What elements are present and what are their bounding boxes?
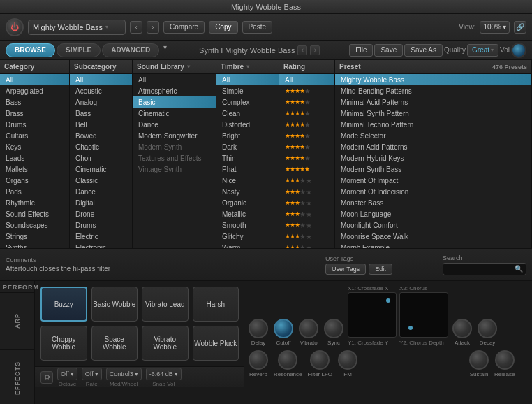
list-item[interactable]: Atmospheric [133,85,216,96]
preset-item[interactable]: Minimal Acid Patterns [335,96,531,108]
preset-item[interactable]: Mighty Wobble Bass [335,74,531,85]
filterlfo-knob[interactable] [310,350,330,370]
list-item[interactable]: Cinematic [70,164,132,175]
list-item[interactable]: Choir [70,152,132,164]
list-item[interactable]: ★★★★★ [279,175,334,186]
list-item[interactable]: Nice [216,175,279,186]
list-item[interactable]: Metallic [216,208,279,219]
list-item[interactable]: Electronic [70,242,132,248]
list-item[interactable]: Sound Effects [0,208,69,219]
list-item[interactable]: Classic [70,175,132,186]
list-item[interactable]: Bass [0,96,69,108]
list-item[interactable]: Organs [0,175,69,186]
pad-choppy-wobble[interactable]: Choppy Wobble [40,326,87,361]
soundlibrary-header[interactable]: Sound Library ▾ [133,60,216,74]
copy-button[interactable]: Copy [209,21,237,34]
list-item[interactable]: Bowed [70,130,132,141]
preset-item[interactable]: Mode Selector [335,130,531,141]
preset-dropdown[interactable]: Mighty Wobble Bass ▾ [28,20,126,35]
preset-item[interactable]: Modern Acid Patterns [335,141,531,152]
list-item[interactable]: Soundscapes [0,219,69,231]
list-item[interactable]: Simple [216,85,279,96]
list-item[interactable]: Digital [70,197,132,208]
search-input[interactable] [446,265,515,273]
list-item[interactable]: Chaotic [70,141,132,152]
nav-next-button[interactable]: › [147,21,159,34]
list-item[interactable]: All [70,74,132,85]
list-item[interactable]: Electric [70,231,132,242]
pad-buzzy[interactable]: Buzzy [40,287,87,322]
preset-item[interactable]: Moment Of Indecision [335,186,531,197]
subcategory-header[interactable]: Subcategory [70,60,132,74]
pad-harsh[interactable]: Harsh [193,287,239,322]
list-item[interactable]: Synths [0,242,69,248]
list-item[interactable]: Acoustic [70,85,132,96]
list-item[interactable]: ★★★★★ [279,197,334,208]
list-item[interactable]: ★★★★★ [279,231,334,242]
list-item[interactable]: Leads [0,152,69,164]
list-item[interactable]: ★★★★★ [279,96,334,108]
list-item[interactable]: ★★★★★ [279,242,334,248]
list-item[interactable]: ★★★★★ [279,119,334,130]
path-prev[interactable]: ‹ [297,45,307,55]
view-dropdown[interactable]: 100% ▾ [480,21,510,34]
preset-item[interactable]: Modern Synth Bass [335,164,531,175]
compare-button[interactable]: Compare [163,21,205,34]
list-item[interactable]: Drums [0,119,69,130]
pad-wobble-pluck[interactable]: Wobble Pluck [193,326,239,361]
list-item[interactable]: Bright [216,130,279,141]
delay-knob[interactable] [249,319,268,338]
path-next[interactable]: › [310,45,320,55]
list-item[interactable]: Modern Songwriter [133,130,216,141]
list-item[interactable]: Bass [70,108,132,119]
resonance-knob[interactable] [278,350,297,370]
timbre-header[interactable]: Timbre ▾ [216,60,279,74]
list-item[interactable]: Dark [216,141,279,152]
list-item[interactable]: Glitchy [216,231,279,242]
list-item[interactable]: Phat [216,164,279,175]
list-item[interactable]: Smooth [216,219,279,231]
list-item[interactable]: ★★★★★ [279,186,334,197]
sidebar-item-arp[interactable]: ARP [0,292,34,349]
release-knob[interactable] [495,350,515,370]
rating-header[interactable]: Rating [279,60,334,74]
sustain-knob[interactable] [469,350,489,370]
list-item[interactable]: ★★★★★ [279,219,334,231]
user-tags-button[interactable]: User Tags [325,264,366,275]
list-item[interactable]: Drone [70,208,132,219]
list-item[interactable]: Distorted [216,119,279,130]
nav-prev-button[interactable]: ‹ [130,21,142,34]
fm-knob[interactable] [338,350,357,370]
preset-item[interactable]: Moon Language [335,208,531,219]
gear-button[interactable]: ⚙ [40,371,53,384]
list-item[interactable]: Complex [216,96,279,108]
pad-space-wobble[interactable]: Space Wobble [91,326,138,361]
list-item[interactable]: All [216,74,279,85]
sync-knob[interactable] [324,319,343,338]
mod-dropdown[interactable]: Control3 ▾ [106,368,142,380]
quality-dropdown[interactable]: Great ▾ [467,44,498,57]
rate-dropdown[interactable]: Off ▾ [82,368,102,380]
list-item[interactable]: ★★★★★ [279,130,334,141]
list-item[interactable]: ★★★★★ [279,152,334,164]
preset-item[interactable]: Minimal Techno Pattern [335,119,531,130]
tab-advanced[interactable]: ADVANCED [102,43,159,57]
link-icon[interactable]: 🔗 [514,21,526,34]
list-item[interactable]: Nasty [216,186,279,197]
list-item[interactable]: Textures and Effects [133,152,216,164]
preset-item[interactable]: Minimal Synth Pattern [335,108,531,119]
list-item[interactable]: Analog [70,96,132,108]
list-item[interactable]: Dance [133,119,216,130]
preset-header[interactable]: Preset 476 Presets [335,60,531,74]
preset-item[interactable]: Moonlight Comfort [335,219,531,231]
pad-basic-wobble[interactable]: Basic Wobble [91,287,138,322]
list-item[interactable]: Organic [216,197,279,208]
preset-item[interactable]: Modern Hybrid Keys [335,152,531,164]
list-item[interactable]: All [279,74,334,85]
preset-item[interactable]: Mind-Bending Patterns [335,85,531,96]
path-dropdown-arrow[interactable]: ▾ [161,43,170,57]
paste-button[interactable]: Paste [242,21,273,34]
list-item[interactable]: Mallets [0,164,69,175]
list-item[interactable]: Basic [133,96,216,108]
list-item[interactable]: Keys [0,141,69,152]
